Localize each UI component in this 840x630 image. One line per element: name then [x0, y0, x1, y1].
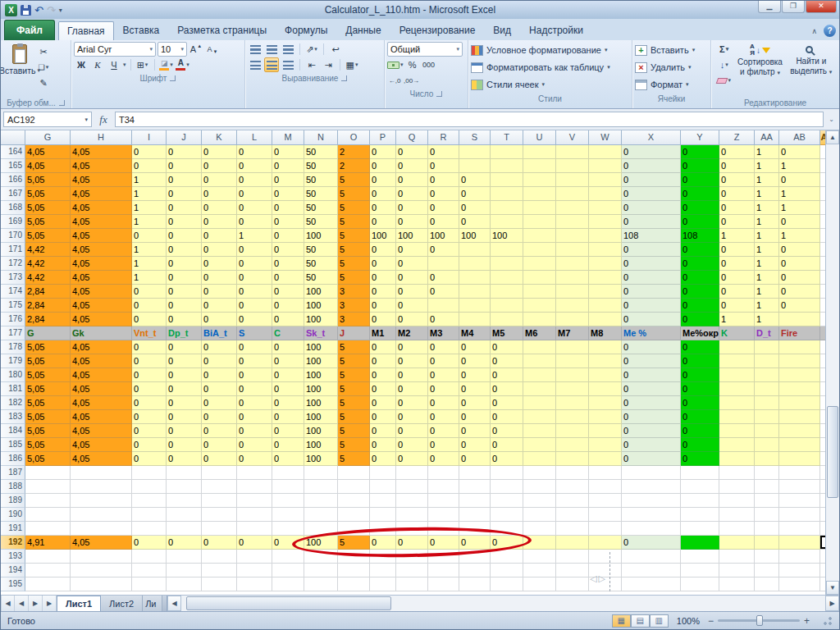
- font-size-combo[interactable]: 10▾: [158, 42, 187, 57]
- row-header-195[interactable]: 195: [1, 578, 25, 591]
- cell-AC195[interactable]: [820, 578, 825, 591]
- cell-O192[interactable]: 5: [338, 536, 370, 550]
- cell-L184[interactable]: 0: [237, 424, 272, 438]
- tab-view[interactable]: Вид: [484, 21, 520, 40]
- cell-O193[interactable]: [338, 550, 370, 564]
- cell-N176[interactable]: 100: [304, 313, 338, 326]
- cell-R194[interactable]: [428, 564, 459, 578]
- cell-Q183[interactable]: 0: [396, 410, 428, 424]
- cell-V182[interactable]: [556, 396, 589, 410]
- cell-Q191[interactable]: [396, 522, 428, 536]
- cell-L176[interactable]: 0: [237, 313, 272, 326]
- cell-AC182[interactable]: [820, 396, 825, 410]
- cell-U184[interactable]: [523, 424, 556, 438]
- cell-I182[interactable]: 0: [132, 396, 167, 410]
- cell-U192[interactable]: [523, 536, 556, 550]
- cell-V186[interactable]: [556, 452, 589, 466]
- cell-I186[interactable]: 0: [132, 452, 167, 466]
- cell-AC169[interactable]: [820, 215, 825, 229]
- cell-T166[interactable]: [491, 173, 523, 187]
- cell-T164[interactable]: [491, 145, 523, 159]
- cell-P176[interactable]: 0: [370, 313, 396, 326]
- cell-U189[interactable]: [523, 494, 556, 508]
- cell-X175[interactable]: 0: [622, 299, 681, 313]
- cell-AB187[interactable]: [779, 466, 820, 480]
- cell-J175[interactable]: 0: [167, 299, 202, 313]
- cell-X179[interactable]: 0: [622, 354, 681, 368]
- cell-Y169[interactable]: 0: [681, 215, 719, 229]
- cell-H175[interactable]: 4,05: [71, 299, 132, 313]
- cell-K184[interactable]: 0: [202, 424, 237, 438]
- sheet-tab-list3[interactable]: Ли: [143, 596, 162, 611]
- cell-Q185[interactable]: 0: [396, 438, 428, 452]
- cell-O178[interactable]: 5: [338, 340, 370, 354]
- cell-V178[interactable]: [556, 340, 589, 354]
- cell-N185[interactable]: 100: [304, 438, 338, 452]
- cell-AB177[interactable]: Fire: [779, 326, 820, 340]
- cell-AC166[interactable]: [820, 173, 825, 187]
- cell-Y182[interactable]: 0: [681, 396, 719, 410]
- cell-N192[interactable]: 100: [304, 536, 338, 550]
- cell-M169[interactable]: 0: [272, 215, 304, 229]
- cell-J190[interactable]: [167, 508, 202, 522]
- cell-O190[interactable]: [338, 508, 370, 522]
- cell-G195[interactable]: [25, 578, 71, 591]
- cell-O185[interactable]: 5: [338, 438, 370, 452]
- cell-W164[interactable]: [589, 145, 622, 159]
- cell-R164[interactable]: 0: [428, 145, 459, 159]
- cell-W168[interactable]: [589, 201, 622, 215]
- cell-W180[interactable]: [589, 368, 622, 382]
- cell-H172[interactable]: 4,05: [71, 257, 132, 271]
- cell-Y167[interactable]: 0: [681, 187, 719, 201]
- column-header-W[interactable]: W: [589, 130, 622, 145]
- column-header-J[interactable]: J: [167, 130, 202, 145]
- cell-G187[interactable]: [25, 466, 71, 480]
- cell-X194[interactable]: [622, 564, 681, 578]
- cell-G184[interactable]: 5,05: [25, 424, 71, 438]
- cell-I194[interactable]: [132, 564, 167, 578]
- cell-Y187[interactable]: [681, 466, 719, 480]
- cell-X172[interactable]: 0: [622, 257, 681, 271]
- cell-P175[interactable]: 0: [370, 299, 396, 313]
- cell-Z171[interactable]: 0: [719, 243, 755, 257]
- cell-H173[interactable]: 4,05: [71, 271, 132, 285]
- cell-Y166[interactable]: 0: [681, 173, 719, 187]
- cell-AA168[interactable]: 1: [755, 201, 779, 215]
- cell-AA170[interactable]: 1: [755, 229, 779, 243]
- format-cells-button[interactable]: Формат▾: [635, 76, 708, 93]
- cell-Z186[interactable]: [719, 452, 755, 466]
- cell-M168[interactable]: 0: [272, 201, 304, 215]
- cell-I167[interactable]: 1: [132, 187, 167, 201]
- cell-X187[interactable]: [622, 466, 681, 480]
- cell-G174[interactable]: 2,84: [25, 285, 71, 299]
- cell-P171[interactable]: 0: [370, 243, 396, 257]
- cell-Y173[interactable]: 0: [681, 271, 719, 285]
- cell-K169[interactable]: 0: [202, 215, 237, 229]
- cell-Q188[interactable]: [396, 480, 428, 494]
- cell-I195[interactable]: [132, 578, 167, 591]
- cell-O184[interactable]: 5: [338, 424, 370, 438]
- column-header-Z[interactable]: Z: [719, 130, 755, 145]
- cell-Y180[interactable]: 0: [681, 368, 719, 382]
- cell-G175[interactable]: 2,84: [25, 299, 71, 313]
- cell-G186[interactable]: 5,05: [25, 452, 71, 466]
- cell-Y174[interactable]: 0: [681, 285, 719, 299]
- cell-K166[interactable]: 0: [202, 173, 237, 187]
- cell-O176[interactable]: 3: [338, 313, 370, 326]
- tab-insert[interactable]: Вставка: [114, 21, 169, 40]
- cell-L183[interactable]: 0: [237, 410, 272, 424]
- cell-S169[interactable]: 0: [459, 215, 491, 229]
- cell-I189[interactable]: [132, 494, 167, 508]
- cell-M182[interactable]: 0: [272, 396, 304, 410]
- tab-home[interactable]: Главная: [58, 21, 114, 40]
- cell-I168[interactable]: 1: [132, 201, 167, 215]
- cell-AB175[interactable]: 0: [779, 299, 820, 313]
- cell-W187[interactable]: [589, 466, 622, 480]
- cell-M170[interactable]: 0: [272, 229, 304, 243]
- cell-H186[interactable]: 4,05: [71, 452, 132, 466]
- cell-I172[interactable]: 1: [132, 257, 167, 271]
- cell-L192[interactable]: 0: [237, 536, 272, 550]
- row-header-171[interactable]: 171: [1, 243, 25, 257]
- cell-X185[interactable]: 0: [622, 438, 681, 452]
- cell-S175[interactable]: [459, 299, 491, 313]
